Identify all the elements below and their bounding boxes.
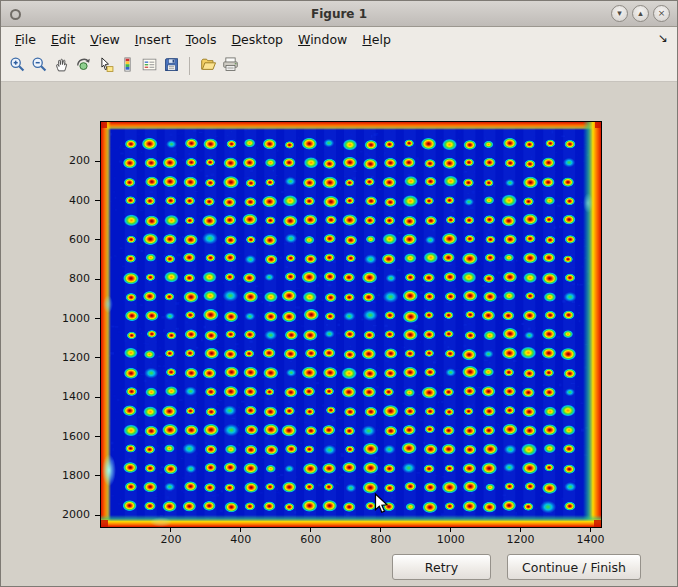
insert-colorbar-button[interactable] [116, 54, 138, 78]
y-tick-label: 400 [1, 194, 90, 207]
x-tick-label: 1400 [577, 533, 605, 546]
toolbar [1, 51, 677, 82]
y-tick-label: 1800 [1, 469, 90, 482]
close-button[interactable]: × [653, 5, 670, 22]
y-tick [95, 200, 100, 201]
minimize-button[interactable]: ▾ [611, 5, 628, 22]
close-icon: × [658, 9, 666, 18]
y-tick-label: 1400 [1, 390, 90, 403]
y-tick-label: 1200 [1, 351, 90, 364]
y-tick [95, 318, 100, 319]
dock-figure-icon[interactable]: ↘ [658, 31, 668, 45]
x-tick-label: 800 [370, 533, 391, 546]
x-tick-label: 1200 [507, 533, 535, 546]
menu-item-edit[interactable]: Edit [51, 32, 75, 47]
pan-button[interactable] [50, 54, 72, 78]
open-folder-button[interactable] [197, 54, 219, 78]
continue-finish-button[interactable]: Continue / Finish [507, 554, 641, 580]
window-controls: ▾▴× [611, 5, 670, 22]
y-tick-label: 1000 [1, 312, 90, 325]
y-tick [95, 397, 100, 398]
open-folder-icon [200, 56, 217, 77]
data-cursor-icon [97, 56, 114, 77]
menu-item-window[interactable]: Window [298, 32, 347, 47]
y-tick-label: 200 [1, 154, 90, 167]
y-tick [95, 161, 100, 162]
x-tick [590, 528, 591, 532]
y-tick-label: 800 [1, 272, 90, 285]
toolbar-separator [189, 57, 190, 75]
y-tick [95, 515, 100, 516]
y-tick-label: 2000 [1, 508, 90, 521]
x-tick [450, 528, 451, 532]
save-icon [163, 56, 180, 77]
x-tick [520, 528, 521, 532]
y-tick [95, 239, 100, 240]
action-buttons: Retry Continue / Finish [392, 554, 641, 580]
x-tick-label: 1000 [437, 533, 465, 546]
zoom-in-icon [9, 56, 26, 77]
minimize-icon: ▾ [617, 9, 622, 18]
zoom-in-button[interactable] [6, 54, 28, 78]
data-cursor-button[interactable] [94, 54, 116, 78]
zoom-out-button[interactable] [28, 54, 50, 78]
y-tick-label: 1600 [1, 430, 90, 443]
x-tick [380, 528, 381, 532]
insert-legend-icon [141, 56, 158, 77]
rotate-3d-icon [75, 56, 92, 77]
title-bar[interactable]: Figure 1 ▾▴× [1, 1, 677, 27]
save-button[interactable] [160, 54, 182, 78]
figure-window: Figure 1 ▾▴× ↘ FileEditViewInsertToolsDe… [0, 0, 678, 587]
rotate-3d-button[interactable] [72, 54, 94, 78]
insert-legend-button[interactable] [138, 54, 160, 78]
x-tick-label: 400 [230, 533, 251, 546]
y-tick [95, 279, 100, 280]
x-tick [310, 528, 311, 532]
microarray-image[interactable] [101, 122, 601, 527]
plot-axes [100, 121, 602, 528]
menu-item-insert[interactable]: Insert [135, 32, 171, 47]
print-icon [222, 56, 239, 77]
menu-item-help[interactable]: Help [362, 32, 391, 47]
menu-item-view[interactable]: View [90, 32, 120, 47]
maximize-button[interactable]: ▴ [632, 5, 649, 22]
mouse-cursor [374, 493, 389, 515]
insert-colorbar-icon [119, 56, 136, 77]
pan-icon [53, 56, 70, 77]
y-tick-label: 600 [1, 233, 90, 246]
figure-area: Retry Continue / Finish 2004006008001000… [1, 82, 677, 586]
x-tick [240, 528, 241, 532]
menu-item-file[interactable]: File [15, 32, 36, 47]
retry-button[interactable]: Retry [392, 554, 491, 580]
menu-bar: ↘ FileEditViewInsertToolsDesktopWindowHe… [1, 27, 677, 51]
window-title: Figure 1 [311, 7, 367, 21]
y-tick [95, 475, 100, 476]
y-tick [95, 357, 100, 358]
zoom-out-icon [31, 56, 48, 77]
menu-item-desktop[interactable]: Desktop [231, 32, 283, 47]
x-tick-label: 600 [300, 533, 321, 546]
print-button[interactable] [219, 54, 241, 78]
maximize-icon: ▴ [638, 9, 643, 18]
x-tick-label: 200 [160, 533, 181, 546]
x-tick [170, 528, 171, 532]
window-menu-icon[interactable] [10, 9, 21, 20]
y-tick [95, 436, 100, 437]
menu-item-tools[interactable]: Tools [186, 32, 217, 47]
